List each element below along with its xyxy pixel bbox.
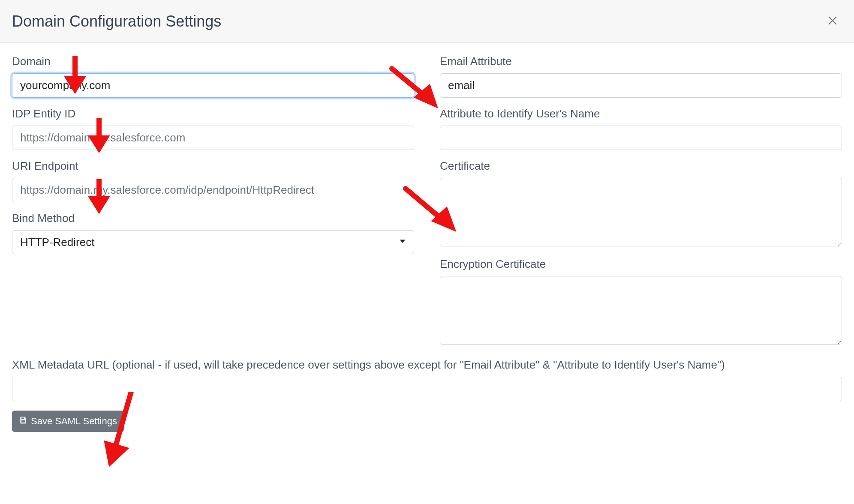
save-icon	[19, 416, 27, 427]
modal-header: Domain Configuration Settings	[0, 0, 854, 43]
input-uri-endpoint[interactable]	[12, 178, 414, 202]
input-domain[interactable]	[12, 73, 414, 98]
label-domain: Domain	[12, 55, 414, 68]
textarea-certificate[interactable]	[440, 178, 842, 246]
left-column: Domain IDP Entity ID URI Endpoint Bind M…	[12, 55, 414, 356]
textarea-encryption-certificate[interactable]	[440, 276, 842, 345]
field-email-attribute: Email Attribute	[440, 55, 842, 98]
field-name-attribute: Attribute to Identify User's Name	[440, 107, 842, 150]
field-uri-endpoint: URI Endpoint	[12, 159, 414, 202]
save-button-label: Save SAML Settings	[31, 416, 117, 427]
close-icon	[827, 21, 839, 28]
field-certificate: Certificate	[440, 159, 842, 248]
label-uri-endpoint: URI Endpoint	[12, 159, 414, 173]
save-saml-settings-button[interactable]: Save SAML Settings	[12, 411, 124, 432]
right-column: Email Attribute Attribute to Identify Us…	[440, 55, 842, 356]
label-name-attribute: Attribute to Identify User's Name	[440, 107, 842, 120]
close-button[interactable]	[823, 11, 842, 31]
select-bind-method[interactable]: HTTP-Redirect	[12, 230, 414, 254]
page-title: Domain Configuration Settings	[12, 12, 221, 30]
input-idp-entity-id[interactable]	[12, 126, 414, 150]
field-xml-metadata-url: XML Metadata URL (optional - if used, wi…	[12, 358, 842, 401]
field-encryption-certificate: Encryption Certificate	[440, 258, 842, 346]
field-idp-entity-id: IDP Entity ID	[12, 107, 414, 150]
field-bind-method: Bind Method HTTP-Redirect	[12, 212, 414, 254]
label-xml-metadata-url: XML Metadata URL (optional - if used, wi…	[12, 358, 842, 372]
label-bind-method: Bind Method	[12, 212, 414, 225]
input-email-attribute[interactable]	[440, 73, 842, 98]
input-name-attribute[interactable]	[440, 126, 842, 150]
label-certificate: Certificate	[440, 159, 842, 173]
input-xml-metadata-url[interactable]	[12, 377, 842, 401]
label-encryption-certificate: Encryption Certificate	[440, 258, 842, 271]
label-idp-entity-id: IDP Entity ID	[12, 107, 414, 120]
field-domain: Domain	[12, 55, 414, 98]
label-email-attribute: Email Attribute	[440, 55, 842, 68]
